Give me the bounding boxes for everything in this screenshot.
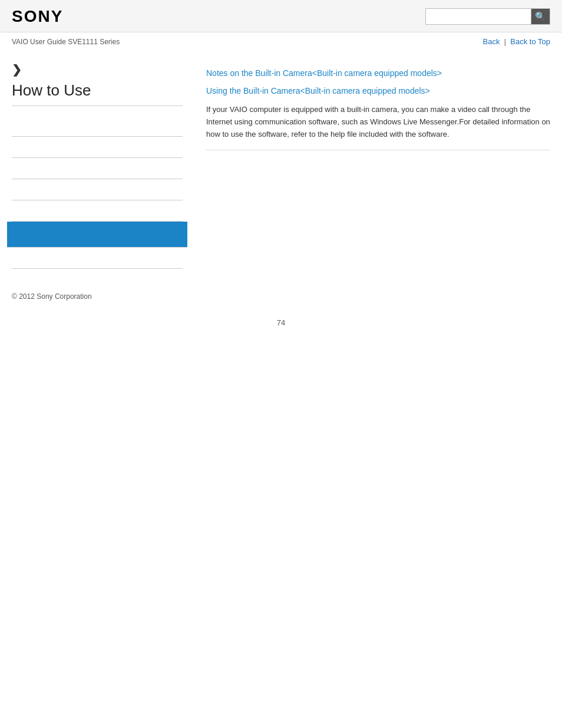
content-area: Notes on the Built-in Camera<Built-in ca… bbox=[194, 51, 550, 269]
nav-separator: | bbox=[504, 38, 506, 46]
back-to-top-link[interactable]: Back to Top bbox=[510, 37, 550, 46]
list-item bbox=[12, 179, 183, 200]
search-input[interactable] bbox=[425, 8, 531, 25]
list-item bbox=[12, 248, 183, 269]
sidebar-title: How to Use bbox=[12, 81, 183, 106]
page-number: 74 bbox=[0, 307, 562, 339]
page-header: SONY 🔍 bbox=[0, 0, 562, 32]
list-item bbox=[12, 137, 183, 158]
guide-title: VAIO User Guide SVE1111 Series bbox=[12, 38, 120, 46]
content-description: If your VAIO computer is equipped with a… bbox=[206, 104, 550, 150]
nav-links: Back | Back to Top bbox=[483, 37, 550, 46]
sony-logo: SONY bbox=[12, 7, 63, 26]
main-content: ❯ How to Use Notes on the Built-in Camer… bbox=[0, 51, 562, 269]
list-item bbox=[12, 158, 183, 179]
content-link-2[interactable]: Using the Built-in Camera<Built-in camer… bbox=[206, 86, 550, 95]
search-icon: 🔍 bbox=[535, 11, 546, 22]
sub-header: VAIO User Guide SVE1111 Series Back | Ba… bbox=[0, 32, 562, 51]
back-link[interactable]: Back bbox=[483, 37, 500, 46]
search-button[interactable]: 🔍 bbox=[531, 8, 550, 25]
sidebar: ❯ How to Use bbox=[12, 51, 194, 269]
sidebar-menu bbox=[12, 116, 183, 269]
search-area: 🔍 bbox=[425, 8, 550, 25]
footer: © 2012 Sony Corporation bbox=[0, 269, 562, 307]
sidebar-arrow: ❯ bbox=[12, 62, 183, 77]
list-item bbox=[12, 200, 183, 222]
list-item-active[interactable] bbox=[7, 222, 187, 248]
list-item bbox=[12, 116, 183, 137]
copyright-text: © 2012 Sony Corporation bbox=[12, 281, 550, 301]
content-link-1[interactable]: Notes on the Built-in Camera<Built-in ca… bbox=[206, 68, 550, 78]
